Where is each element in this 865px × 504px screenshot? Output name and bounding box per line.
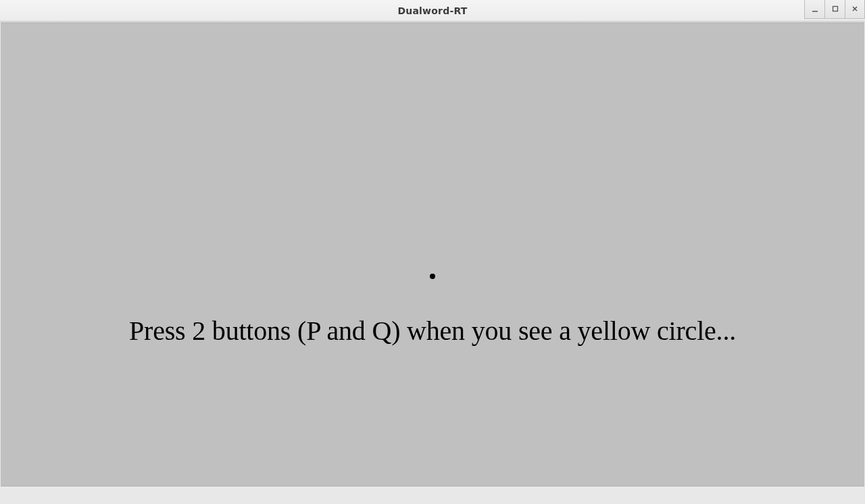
maximize-button[interactable] (824, 0, 845, 19)
titlebar: Dualword-RT (0, 0, 865, 22)
svg-rect-1 (833, 7, 837, 11)
minimize-icon (811, 3, 819, 16)
statusbar (0, 486, 865, 504)
experiment-canvas: Press 2 buttons (P and Q) when you see a… (1, 22, 864, 486)
instruction-text: Press 2 buttons (P and Q) when you see a… (129, 315, 736, 347)
close-icon (851, 3, 859, 16)
window-title: Dualword-RT (397, 5, 467, 16)
close-button[interactable] (845, 0, 865, 19)
fixation-dot (430, 274, 435, 279)
window-controls (804, 0, 865, 19)
content-wrapper: Press 2 buttons (P and Q) when you see a… (0, 22, 865, 504)
svg-rect-0 (812, 11, 818, 12)
maximize-icon (831, 3, 839, 16)
minimize-button[interactable] (804, 0, 824, 19)
